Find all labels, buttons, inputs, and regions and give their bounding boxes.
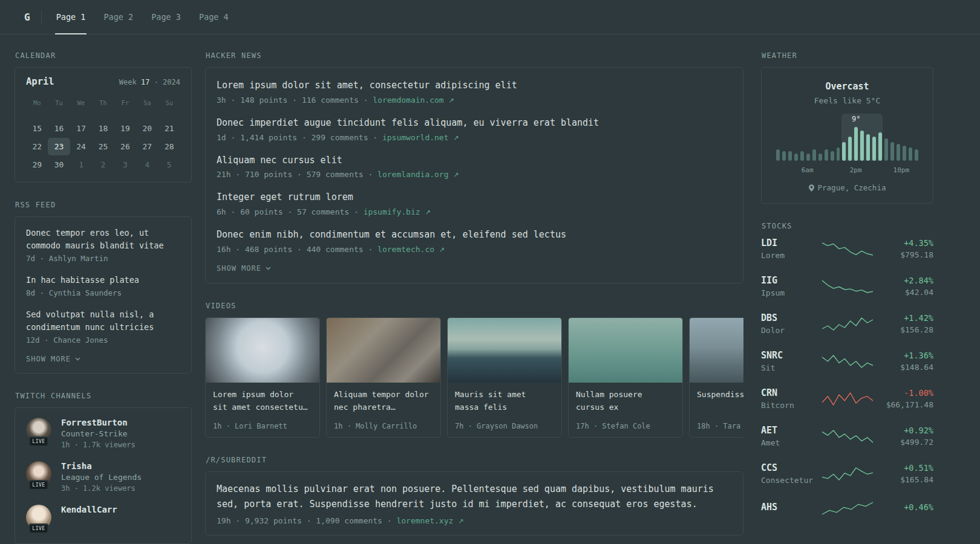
stock-change: +0.92% [875,426,933,435]
stock-row[interactable]: IIG Ipsum +2.84% $42.04 [761,275,933,297]
twitch-channel-name[interactable]: KendallCarr [61,505,117,514]
hn-meta-text: 1d · 1,414 points · 299 comments · [217,133,377,142]
rss-show-more-button[interactable]: SHOW MORE [26,355,80,363]
twitch-channel-meta: 1h · 1.7k viewers [61,441,136,449]
hn-domain-link[interactable]: loremlandia.org [377,170,448,179]
hn-meta-text: 6h · 60 points · 57 comments · [217,207,359,216]
hn-item-title[interactable]: Aliquam nec cursus elit [217,154,732,167]
video-thumbnail[interactable] [448,318,561,383]
subreddit-domain-link[interactable]: loremnet.xyz [396,516,453,525]
video-body: Nullam posuere cursus ex 17h · Stefan Co… [569,383,682,437]
video-title[interactable]: Nullam posuere cursus ex [576,389,675,418]
video-thumbnail[interactable] [569,318,682,383]
stock-row[interactable]: CRN Bitcorn -1.00% $66,171.48 [761,387,933,410]
stock-price: $66,171.48 [875,400,933,409]
main-content: CALENDAR April Week 17 · 2024 MoTuWeThFr… [0,34,980,544]
twitch-channel-row[interactable]: LIVE ForrestBurton Counter-Strike 1h · 1… [26,418,180,449]
twitch-card: LIVE ForrestBurton Counter-Strike 1h · 1… [15,407,192,544]
hn-domain-link[interactable]: ipsumworld.net [382,133,449,142]
stock-name: Bitcorn [761,401,819,410]
hn-item-title[interactable]: Integer eget rutrum lorem [217,191,732,204]
weather-time-labels: 6am2pm10pm [776,166,918,175]
stock-change: +0.46% [875,502,933,512]
weather-time-label: 6am [802,166,814,174]
twitch-channel-name[interactable]: ForrestBurton [61,418,136,427]
stock-change: -1.00% [875,388,933,398]
stock-change: +4.35% [875,238,933,248]
top-nav: G Page 1 Page 2 Page 3 Page 4 [0,0,980,34]
calendar-day: 1 [70,156,92,173]
subreddit-post-title[interactable]: Maecenas mollis pulvinar erat non posuer… [217,482,732,512]
rss-item-title[interactable]: Donec tempor eros leo, ut commodo mauris… [26,227,180,252]
video-title[interactable]: Lorem ipsum dolor sit amet consectetu… [213,389,312,418]
video-card[interactable]: Mauris sit amet massa felis 7h · Grayson… [447,317,562,438]
weather-bar [776,149,780,161]
weather-bar [872,137,876,161]
twitch-channel-info: KendallCarr [61,505,117,517]
video-meta: 18h · Tara [697,422,743,430]
stock-row[interactable]: DBS Dolor +1.42% $156.28 [761,312,933,335]
hn-item-title[interactable]: Lorem ipsum dolor sit amet, consectetur … [217,79,732,92]
nav-tab-page-3[interactable]: Page 3 [150,0,182,34]
video-card[interactable]: Suspendisse diam 18h · Tara [689,317,743,438]
calendar-day-header: Tu [48,96,70,111]
stock-sparkline [819,465,875,482]
video-thumbnail[interactable] [690,318,743,383]
twitch-widget-header: TWITCH CHANNELS [15,392,192,400]
stock-sparkline [819,353,875,370]
calendar-day: 26 [114,138,136,155]
rss-item-title[interactable]: Sed volutpat nulla nisl, a condimentum n… [26,308,180,334]
hackernews-widget-header: HACKER NEWS [206,51,743,60]
subreddit-post-meta: 19h · 9,932 points · 1,090 comments · lo… [217,516,732,525]
external-link-icon: ↗ [453,134,459,142]
video-thumbnail[interactable] [327,318,440,383]
hn-domain-link[interactable]: loremdomain.com [373,96,443,105]
hn-item-title[interactable]: Donec imperdiet augue tincidunt felis al… [217,117,732,130]
calendar-day: 4 [136,156,158,173]
rss-item: Sed volutpat nulla nisl, a condimentum n… [26,308,180,345]
nav-tab-page-1[interactable]: Page 1 [55,0,87,34]
app-logo[interactable]: G [24,11,30,23]
stocks-widget-header: STOCKS [762,222,933,230]
rss-item-title[interactable]: In hac habitasse platea [26,274,180,287]
nav-tab-page-4[interactable]: Page 4 [198,0,230,34]
nav-tab-page-2[interactable]: Page 2 [102,0,134,34]
calendar-widget-header: CALENDAR [15,51,192,60]
video-card[interactable]: Lorem ipsum dolor sit amet consectetu… 1… [205,317,320,438]
stock-row[interactable]: SNRC Sit +1.36% $148.64 [761,350,933,372]
videos-row: Lorem ipsum dolor sit amet consectetu… 1… [205,317,743,438]
weather-time-label: 2pm [850,166,862,174]
video-meta: 7h · Grayson Dawson [455,422,554,430]
video-card[interactable]: Aliquam tempor dolor nec pharetra… 1h · … [326,317,441,438]
stock-row[interactable]: LDI Lorem +4.35% $795.18 [761,238,933,260]
stock-row[interactable]: AHS +0.46% [761,500,933,517]
stock-name: Consectetur [761,476,819,485]
calendar-day: 28 [158,138,180,155]
twitch-channel-game: Counter-Strike [61,429,136,438]
twitch-channel-row[interactable]: LIVE KendallCarr [26,505,180,534]
calendar-day-header: Fr [114,96,136,111]
calendar-day: 18 [92,120,114,137]
video-thumbnail[interactable] [206,318,319,383]
hn-item-title[interactable]: Donec enim nibh, condimentum et accumsan… [217,228,732,242]
twitch-channel-name[interactable]: Trisha [61,461,142,471]
hn-domain-link[interactable]: loremtech.co [377,245,434,254]
rss-widget: RSS FEED Donec tempor eros leo, ut commo… [15,201,192,374]
weather-bar [825,149,828,161]
stock-values: +4.35% $795.18 [875,238,933,259]
location-pin-icon [809,184,814,192]
external-link-icon: ↗ [449,97,454,105]
stock-values: +1.42% $156.28 [875,313,933,334]
video-title[interactable]: Aliquam tempor dolor nec pharetra… [334,389,433,418]
hn-domain-link[interactable]: ipsumify.biz [364,207,420,216]
video-card[interactable]: Nullam posuere cursus ex 17h · Stefan Co… [568,317,683,438]
video-title[interactable]: Mauris sit amet massa felis [455,389,554,418]
hn-show-more-button[interactable]: SHOW MORE [217,264,271,273]
stock-row[interactable]: AET Amet +0.92% $499.72 [761,425,933,447]
external-link-icon: ↗ [439,246,445,254]
weather-bar [794,154,798,161]
stock-values: +0.46% [875,502,933,514]
twitch-channel-row[interactable]: LIVE Trisha League of Legends 3h · 1.2k … [26,461,180,493]
stock-row[interactable]: CCS Consectetur +0.51% $165.84 [761,462,933,485]
video-title[interactable]: Suspendisse diam [697,389,743,418]
